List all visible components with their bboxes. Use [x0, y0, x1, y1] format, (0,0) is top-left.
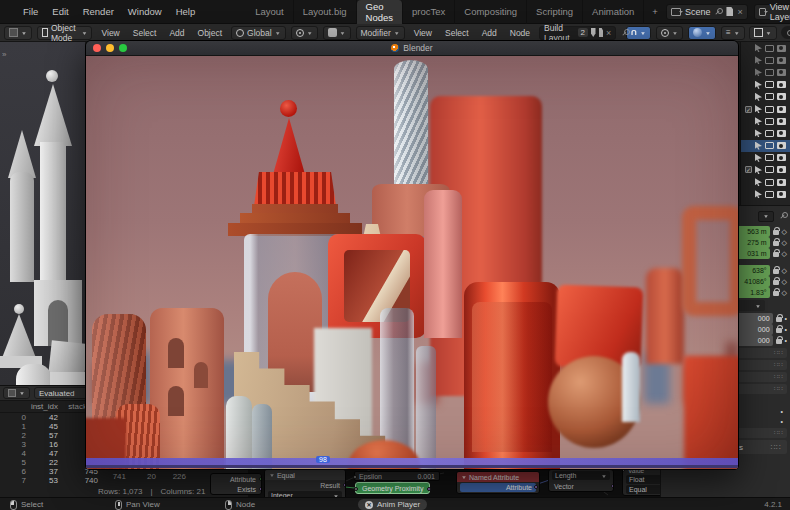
- render-window[interactable]: Blender: [85, 40, 739, 470]
- named-attribute-node[interactable]: ▼Named Attribute Attribute: [456, 471, 540, 494]
- window-titlebar[interactable]: Blender: [86, 41, 738, 56]
- lock-icon[interactable]: [776, 317, 782, 322]
- scene-selector[interactable]: Scene ×: [666, 4, 748, 20]
- app-menu-item[interactable]: Edit: [45, 6, 75, 17]
- value-dot-icon[interactable]: •: [781, 418, 783, 425]
- render-hide-icon[interactable]: [777, 69, 786, 76]
- viewport-hide-icon[interactable]: [765, 142, 774, 149]
- keyframe-diamond-icon[interactable]: ◇: [782, 239, 787, 247]
- outliner-row[interactable]: ✓: [741, 164, 790, 176]
- object-menu[interactable]: Object: [194, 28, 227, 38]
- workspace-tab[interactable]: Scripting: [527, 0, 583, 24]
- view-layer-selector[interactable]: View Layer ×: [754, 4, 790, 20]
- value-dot-icon[interactable]: •: [781, 408, 783, 415]
- node-select-menu[interactable]: Select: [441, 28, 473, 38]
- anim-player-status[interactable]: ✕ Anim Player: [358, 499, 427, 510]
- lock-icon[interactable]: [773, 252, 779, 257]
- new-tree-icon[interactable]: [599, 28, 604, 37]
- outliner-search-input[interactable]: Search: [781, 26, 790, 39]
- lock-icon[interactable]: [773, 241, 779, 246]
- selectable-icon[interactable]: [755, 44, 762, 52]
- viewport-hide-icon[interactable]: [765, 69, 774, 76]
- render-hide-icon[interactable]: [777, 45, 786, 52]
- render-hide-icon[interactable]: [777, 166, 786, 173]
- animate-dot-icon[interactable]: •: [785, 337, 787, 344]
- editor-type-button[interactable]: ▼: [4, 26, 32, 40]
- workspace-tab[interactable]: Layout: [246, 0, 294, 24]
- geometry-proximity-node[interactable]: Geometry Proximity: [355, 482, 430, 494]
- workspace-tab[interactable]: procTex: [403, 0, 455, 24]
- render-hide-icon[interactable]: [777, 154, 786, 161]
- overlay-toggle[interactable]: ▼: [688, 26, 716, 40]
- outliner-row[interactable]: ✓: [741, 54, 790, 66]
- selectable-icon[interactable]: [755, 93, 762, 101]
- snap-toggle[interactable]: U▼: [626, 26, 651, 40]
- workspace-tab[interactable]: Layout.big: [294, 0, 357, 24]
- viewport-hide-icon[interactable]: [765, 179, 774, 186]
- operation-dropdown[interactable]: Length▼: [552, 471, 610, 480]
- workspace-tab[interactable]: Geo Nodes: [357, 0, 403, 24]
- animate-dot-icon[interactable]: •: [785, 326, 787, 333]
- user-count-badge[interactable]: 2: [578, 28, 588, 37]
- render-hide-icon[interactable]: [777, 118, 786, 125]
- outliner-row[interactable]: ✓: [741, 140, 790, 152]
- outliner-row[interactable]: ✓: [741, 91, 790, 103]
- render-hide-icon[interactable]: [777, 179, 786, 186]
- close-icon[interactable]: ×: [737, 7, 742, 17]
- animate-dot-icon[interactable]: •: [785, 315, 787, 322]
- vector-math-node[interactable]: Length▼ Vector: [548, 469, 614, 492]
- selectable-icon[interactable]: [755, 56, 762, 64]
- attribute-name-field[interactable]: Attribute: [460, 483, 536, 492]
- properties-combo[interactable]: ▼: [758, 211, 774, 222]
- select-menu[interactable]: Select: [129, 28, 161, 38]
- outliner-filter-dropdown[interactable]: ≡▼: [721, 26, 745, 40]
- add-menu[interactable]: Add: [165, 28, 188, 38]
- render-hide-icon[interactable]: [777, 81, 786, 88]
- viewport-hide-icon[interactable]: [765, 154, 774, 161]
- new-scene-icon[interactable]: [726, 7, 733, 16]
- outliner-row[interactable]: ✓: [741, 115, 790, 127]
- timeline-scrubber[interactable]: [86, 458, 738, 465]
- render-hide-icon[interactable]: [777, 191, 786, 198]
- render-hide-icon[interactable]: [777, 57, 786, 64]
- lock-icon[interactable]: [776, 339, 782, 344]
- node-add-menu[interactable]: Add: [478, 28, 501, 38]
- node-view-menu[interactable]: View: [410, 28, 436, 38]
- epsilon-field[interactable]: Epsilon 0.001: [354, 471, 440, 481]
- app-menu-item[interactable]: Help: [169, 6, 203, 17]
- exclude-checkbox[interactable]: ✓: [745, 166, 752, 173]
- pin-icon[interactable]: [779, 212, 787, 220]
- proportional-edit-toggle[interactable]: ▼: [656, 26, 683, 40]
- lock-icon[interactable]: [773, 280, 779, 285]
- selectable-icon[interactable]: [755, 81, 762, 89]
- keyframe-diamond-icon[interactable]: ◇: [782, 228, 787, 236]
- node-tree-name-field[interactable]: Build Layout 2 ×: [539, 26, 616, 40]
- keyframe-diamond-icon[interactable]: ◇: [782, 267, 787, 275]
- outliner-row[interactable]: ✓: [741, 152, 790, 164]
- lock-icon[interactable]: [773, 230, 779, 235]
- outliner-row[interactable]: ✓: [741, 79, 790, 91]
- view-menu[interactable]: View: [97, 28, 123, 38]
- left-3d-viewport[interactable]: »: [0, 42, 85, 385]
- outliner-row[interactable]: ✓: [741, 42, 790, 54]
- selectable-icon[interactable]: [755, 154, 762, 162]
- outliner-row[interactable]: ✓: [741, 103, 790, 115]
- exclude-checkbox[interactable]: ✓: [745, 106, 752, 113]
- render-hide-icon[interactable]: [777, 93, 786, 100]
- render-hide-icon[interactable]: [777, 142, 786, 149]
- keyframe-diamond-icon[interactable]: ◇: [782, 278, 787, 286]
- viewport-hide-icon[interactable]: [765, 106, 774, 113]
- render-hide-icon[interactable]: [777, 106, 786, 113]
- viewport-hide-icon[interactable]: [765, 45, 774, 52]
- viewport-hide-icon[interactable]: [765, 166, 774, 173]
- viewport-hide-icon[interactable]: [765, 93, 774, 100]
- pivot-dropdown[interactable]: ▼: [291, 26, 318, 40]
- node-context-dropdown[interactable]: Modifier▼: [356, 26, 405, 40]
- lock-icon[interactable]: [776, 328, 782, 333]
- selectable-icon[interactable]: [755, 117, 762, 125]
- fake-user-icon[interactable]: [591, 28, 596, 37]
- lock-icon[interactable]: [773, 291, 779, 296]
- outliner-row[interactable]: ✓: [741, 66, 790, 78]
- app-menu-item[interactable]: Window: [121, 6, 169, 17]
- selectable-icon[interactable]: [755, 190, 762, 198]
